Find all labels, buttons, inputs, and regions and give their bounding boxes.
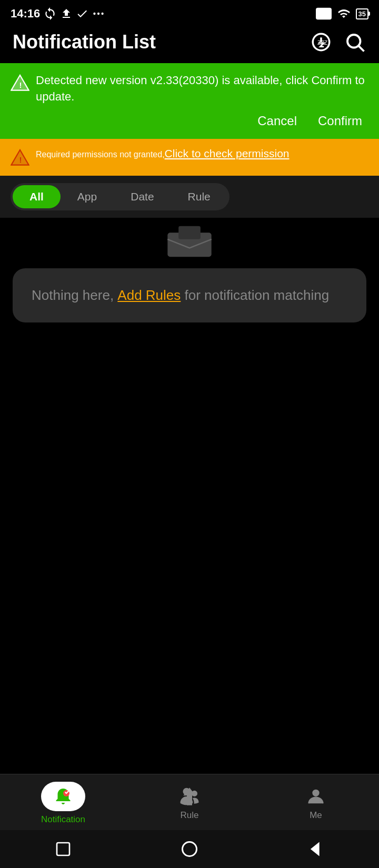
status-time: 14:16 bbox=[11, 7, 40, 21]
tab-date[interactable]: Date bbox=[114, 185, 171, 208]
empty-pre-text: Nothing here, bbox=[32, 287, 117, 303]
update-banner-content: ! Detected new version v2.33(20330) is a… bbox=[11, 73, 368, 105]
filter-tabs-row: All App Date Rule bbox=[0, 176, 379, 218]
cancel-button[interactable]: Cancel bbox=[251, 110, 303, 132]
svg-point-9 bbox=[347, 35, 361, 48]
svg-rect-14 bbox=[178, 226, 201, 239]
tab-app[interactable]: App bbox=[61, 185, 114, 208]
more-icon bbox=[92, 7, 105, 21]
me-nav-label: Me bbox=[310, 810, 322, 821]
empty-post-text: for notification matching bbox=[181, 287, 329, 303]
warning-icon-orange: ! bbox=[11, 148, 29, 167]
notification-nav-label: Notification bbox=[41, 814, 85, 825]
search-icon bbox=[344, 31, 366, 53]
tabs-container: All App Date Rule bbox=[11, 183, 230, 210]
check-icon bbox=[76, 7, 88, 20]
battery-level: 35 bbox=[358, 10, 366, 18]
sync-icon bbox=[43, 7, 57, 21]
nav-item-rule[interactable]: Rule bbox=[153, 786, 226, 821]
update-banner: ! Detected new version v2.33(20330) is a… bbox=[0, 63, 379, 139]
home-square-button[interactable] bbox=[54, 840, 73, 859]
svg-point-1 bbox=[97, 13, 99, 15]
back-icon bbox=[307, 841, 324, 857]
permission-pre-text: Required permissions not granted, bbox=[36, 150, 165, 159]
permission-banner-text: Required permissions not granted,Click t… bbox=[36, 147, 289, 160]
me-nav-icon bbox=[305, 786, 326, 807]
status-right-icons: 35 bbox=[316, 7, 368, 20]
svg-text:!: ! bbox=[19, 155, 22, 164]
rule-nav-label: Rule bbox=[181, 810, 199, 821]
check-permission-link[interactable]: Click to check permission bbox=[165, 147, 290, 159]
inbox-icon-area bbox=[0, 218, 379, 260]
back-button[interactable] bbox=[306, 840, 325, 859]
search-button[interactable] bbox=[343, 31, 366, 54]
svg-marker-20 bbox=[312, 843, 318, 854]
update-banner-actions: Cancel Confirm bbox=[11, 110, 368, 132]
status-bar: 14:16 35 bbox=[0, 0, 379, 25]
empty-state-card: Nothing here, Add Rules for notification… bbox=[13, 268, 366, 322]
svg-text:!: ! bbox=[19, 80, 22, 89]
svg-point-2 bbox=[102, 13, 104, 15]
nav-item-me[interactable]: Me bbox=[279, 786, 353, 821]
nav-item-notification[interactable]: Notification bbox=[26, 782, 100, 825]
svg-point-0 bbox=[94, 13, 96, 15]
warning-icon-green: ! bbox=[11, 74, 29, 93]
update-banner-message: Detected new version v2.33(20330) is ava… bbox=[36, 73, 368, 105]
upload-icon bbox=[60, 7, 73, 20]
header-actions: ZZZ bbox=[310, 31, 366, 54]
battery-indicator: 35 bbox=[356, 8, 368, 19]
tab-all[interactable]: All bbox=[13, 185, 61, 208]
home-square-icon bbox=[55, 841, 72, 857]
rule-nav-icon bbox=[179, 786, 200, 807]
svg-point-17 bbox=[312, 790, 319, 796]
home-circle-icon bbox=[180, 840, 199, 859]
svg-rect-3 bbox=[316, 8, 331, 19]
bottom-nav: Notification Rule Me bbox=[0, 774, 379, 830]
page-title: Notification List bbox=[13, 31, 156, 53]
notification-nav-icon bbox=[54, 787, 73, 806]
status-time-area: 14:16 bbox=[11, 7, 105, 21]
page-header: Notification List ZZZ bbox=[0, 25, 379, 63]
svg-point-19 bbox=[183, 842, 197, 856]
home-circle-button[interactable] bbox=[180, 840, 199, 859]
add-rules-link[interactable]: Add Rules bbox=[117, 287, 181, 303]
permission-banner: ! Required permissions not granted,Click… bbox=[0, 139, 379, 176]
svg-line-10 bbox=[359, 46, 364, 52]
screen-record-icon bbox=[316, 7, 332, 20]
system-nav-bar bbox=[0, 830, 379, 868]
wifi-icon bbox=[336, 7, 352, 20]
tab-rule[interactable]: Rule bbox=[171, 185, 227, 208]
snooze-button[interactable]: ZZZ bbox=[310, 31, 333, 54]
notification-nav-button[interactable] bbox=[41, 782, 85, 811]
svg-rect-18 bbox=[57, 843, 69, 855]
confirm-button[interactable]: Confirm bbox=[312, 110, 368, 132]
snooze-icon: ZZZ bbox=[310, 31, 332, 53]
inbox-icon bbox=[163, 223, 216, 260]
